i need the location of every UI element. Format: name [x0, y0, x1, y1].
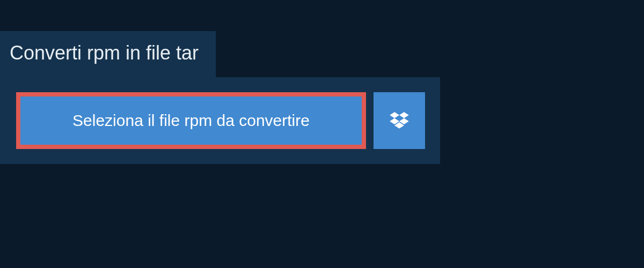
page-title: Converti rpm in file tar: [10, 42, 199, 64]
select-file-label: Seleziona il file rpm da convertire: [72, 111, 310, 130]
dropbox-icon: [390, 112, 409, 129]
select-file-button[interactable]: Seleziona il file rpm da convertire: [16, 92, 366, 149]
tab-header: Converti rpm in file tar: [0, 31, 216, 77]
upload-panel: Seleziona il file rpm da convertire: [0, 77, 440, 164]
dropbox-button[interactable]: [374, 92, 425, 149]
button-row: Seleziona il file rpm da convertire: [16, 92, 425, 149]
